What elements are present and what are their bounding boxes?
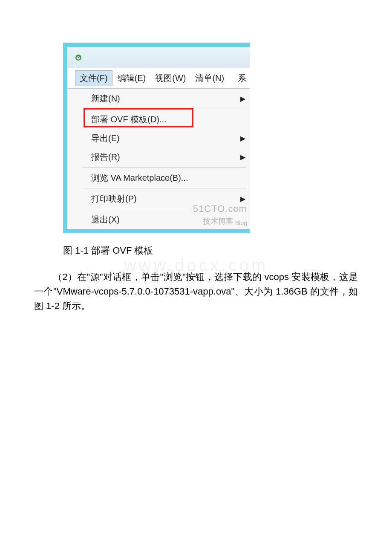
menu-item-label: 导出(E) xyxy=(91,133,250,144)
paragraph-text: （2）在"源"对话框，单击"浏览"按钮，选择下载的 vcops 安装模板，这是一… xyxy=(34,272,358,311)
body-paragraph: （2）在"源"对话框，单击"浏览"按钮，选择下载的 vcops 安装模板，这是一… xyxy=(34,270,358,313)
chevron-right-icon: ▶ xyxy=(240,95,245,103)
menubar-tail-truncated: 系 xyxy=(233,71,246,86)
vsphere-app-icon xyxy=(74,53,83,62)
menu-item-label: 新建(N) xyxy=(91,93,250,104)
menubar-file[interactable]: 文件(F) xyxy=(75,70,112,86)
menu-separator xyxy=(83,167,246,168)
menu-item-browse-marketplace[interactable]: 浏览 VA Marketplace(B)... xyxy=(91,168,250,187)
menu-item-deploy-ovf[interactable]: 部署 OVF 模板(D)... xyxy=(91,110,250,129)
menu-item-label: 退出(X) xyxy=(91,214,250,225)
menu-item-label: 打印映射(P) xyxy=(91,193,250,205)
menubar-edit[interactable]: 编辑(E) xyxy=(113,71,150,86)
figure-caption: 图 1-1 部署 OVF 模板 xyxy=(63,244,392,257)
window-titlebar xyxy=(67,47,250,68)
menubar-view[interactable]: 视图(W) xyxy=(151,71,190,86)
menu-separator xyxy=(83,209,246,209)
menu-separator xyxy=(83,109,246,109)
file-menu-dropdown: 新建(N) ▶ 部署 OVF 模板(D)... 导出(E) ▶ 报告(R) ▶ … xyxy=(67,89,250,229)
menu-item-exit[interactable]: 退出(X) xyxy=(91,210,250,229)
menu-item-report[interactable]: 报告(R) ▶ xyxy=(91,147,250,166)
menu-item-label: 部署 OVF 模板(D)... xyxy=(91,114,250,125)
menu-item-print-maps[interactable]: 打印映射(P) ▶ xyxy=(91,189,250,208)
chevron-right-icon: ▶ xyxy=(240,153,245,161)
vsphere-screenshot: 文件(F) 编辑(E) 视图(W) 清单(N) 系 新建(N) ▶ 部署 OVF… xyxy=(63,43,250,233)
menu-separator xyxy=(83,188,246,188)
menu-item-new[interactable]: 新建(N) ▶ xyxy=(91,89,250,108)
menu-item-label: 报告(R) xyxy=(91,151,250,163)
chevron-right-icon: ▶ xyxy=(240,134,245,142)
chevron-right-icon: ▶ xyxy=(240,195,245,203)
menubar: 文件(F) 编辑(E) 视图(W) 清单(N) 系 xyxy=(67,68,250,89)
menu-item-label: 浏览 VA Marketplace(B)... xyxy=(91,172,250,184)
menu-item-export[interactable]: 导出(E) ▶ xyxy=(91,129,250,147)
svg-point-1 xyxy=(78,57,79,58)
menubar-inventory[interactable]: 清单(N) xyxy=(191,71,228,86)
